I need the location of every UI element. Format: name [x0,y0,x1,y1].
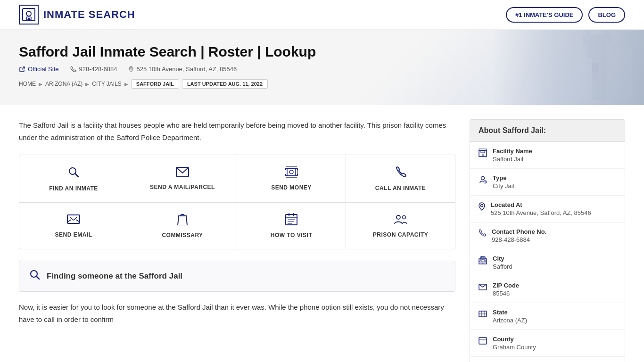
zip-content: ZIP Code 85546 [493,282,616,297]
prison-capacity-icon [394,214,408,227]
send-email-icon [67,214,80,227]
svg-rect-3 [28,18,30,20]
breadcrumb-state[interactable]: ARIZONA (AZ) [45,81,83,87]
facility-content: Facility Name Safford Jail [493,148,616,163]
zip-value: 85546 [493,290,616,297]
svg-point-39 [481,177,485,180]
sidebar-row-county: County Graham County [470,330,625,357]
finding-title: Finding someone at the Safford Jail [47,272,182,281]
sidebar-row-type: Type City Jail [470,169,625,196]
main-content: The Safford Jail is a facility that hous… [19,119,455,362]
sidebar-card: About Safford Jail: Facility Name Saffor… [470,119,625,362]
sidebar-row-phone: Contact Phone No. 928-428-6884 [470,222,625,249]
hero-content: Safford Jail Inmate Search | Roster | Lo… [19,44,625,89]
svg-rect-47 [484,261,486,262]
logo-text: INMATE SEARCH [43,8,135,21]
commissary-icon [177,213,188,227]
type-content: Type City Jail [493,174,616,189]
action-send-email[interactable]: SEND EMAIL [19,203,128,249]
svg-rect-6 [585,30,590,37]
breadcrumb-home[interactable]: HOME [19,81,36,87]
sidebar-row-state: State Arizona (AZ) [470,303,625,330]
action-grid: FIND AN INMATE SEND A MAIL/PARCEL [19,155,455,249]
svg-line-34 [37,277,40,280]
state-icon [479,310,487,321]
call-inmate-label: CALL AN INMATE [375,185,426,191]
sidebar-row-facility: Facility Name Safford Jail [470,142,625,169]
sidebar-row-zip: ZIP Code 85546 [470,276,625,303]
city-label: City [493,255,616,262]
zip-icon [479,283,487,293]
sidebar: About Safford Jail: Facility Name Saffor… [470,119,625,362]
svg-rect-48 [482,261,484,264]
location-icon [479,202,485,213]
city-content: City Safford [493,255,616,270]
phone-icon [479,229,486,240]
header-nav: #1 INMATE'S GUIDE BLOG [506,7,625,23]
official-site-anchor[interactable]: Official Site [28,66,59,73]
logo-area: INMATE SEARCH [19,5,135,25]
send-email-label: SEND EMAIL [55,231,92,238]
description-text: The Safford Jail is a facility that hous… [19,119,455,143]
svg-rect-46 [480,261,481,262]
svg-line-13 [75,174,79,177]
guide-button[interactable]: #1 INMATE'S GUIDE [506,7,583,23]
type-icon [479,175,487,186]
breadcrumb-arrow-3: ▶ [124,82,128,87]
svg-line-22 [67,220,71,222]
city-icon [479,256,487,267]
state-content: State Arizona (AZ) [493,309,616,324]
commissary-label: COMMISSARY [162,232,203,239]
main-container: The Safford Jail is a facility that hous… [0,105,644,362]
hero-section: Safford Jail Inmate Search | Roster | Lo… [0,30,644,105]
header: INMATE SEARCH #1 INMATE'S GUIDE BLOG [0,0,644,30]
breadcrumb-arrow-2: ▶ [85,82,89,87]
county-icon [479,337,487,347]
sidebar-header: About Safford Jail: [470,120,625,142]
action-commissary[interactable]: COMMISSARY [128,203,237,249]
action-how-to-visit[interactable]: HOW TO VISIT [237,203,346,249]
county-content: County Graham County [493,336,616,351]
official-site-link[interactable]: Official Site [19,66,59,73]
action-send-money[interactable]: SEND MONEY [237,155,346,202]
location-value: 525 10th Avenue, Safford, AZ, 85546 [491,209,616,216]
facility-value: Safford Jail [493,156,616,163]
action-send-mail[interactable]: SEND A MAIL/PARCEL [128,155,237,202]
county-value: Graham County [493,344,616,351]
phone-value: 928-428-6884 [492,236,616,243]
svg-point-32 [402,216,405,219]
city-value: Safford [493,263,616,270]
last-updated-badge: LAST UPDATED AUG. 11, 2022 [182,79,268,89]
body-text: Now, it is easier for you to look for so… [19,301,455,325]
breadcrumb-category[interactable]: CITY JAILS [92,81,121,87]
sidebar-row-location: Located At 525 10th Avenue, Safford, AZ,… [470,196,625,222]
blog-button[interactable]: BLOG [588,7,625,23]
type-value: City Jail [493,182,616,189]
svg-rect-21 [67,215,80,223]
finding-search-icon [30,270,40,283]
state-value: Arizona (AZ) [493,317,616,324]
phone-content: Contact Phone No. 928-428-6884 [492,228,616,243]
phone-label: Contact Phone No. [492,228,616,235]
how-to-visit-icon [285,213,297,227]
svg-rect-7 [604,30,609,37]
action-find-inmate[interactable]: FIND AN INMATE [19,155,128,202]
logo-icon [19,5,39,25]
type-label: Type [493,174,616,181]
send-mail-icon [176,167,189,179]
location-label: Located At [491,201,616,208]
state-label: State [493,309,616,316]
svg-point-31 [396,215,400,219]
hero-meta: Official Site 928-428-6884 525 10th Aven… [19,66,625,73]
svg-rect-54 [479,337,487,344]
phone-number: 928-428-6884 [79,66,117,73]
facility-label: Facility Name [493,148,616,155]
phone-info: 928-428-6884 [70,66,117,73]
send-money-icon [285,166,298,180]
action-call-inmate[interactable]: CALL AN INMATE [346,155,455,202]
action-prison-capacity[interactable]: PRISON CAPACITY [346,203,455,249]
breadcrumb-arrow-1: ▶ [39,82,42,87]
breadcrumb: HOME ▶ ARIZONA (AZ) ▶ CITY JAILS ▶ SAFFO… [19,79,625,89]
facility-icon [479,148,487,159]
how-to-visit-label: HOW TO VISIT [271,232,312,239]
